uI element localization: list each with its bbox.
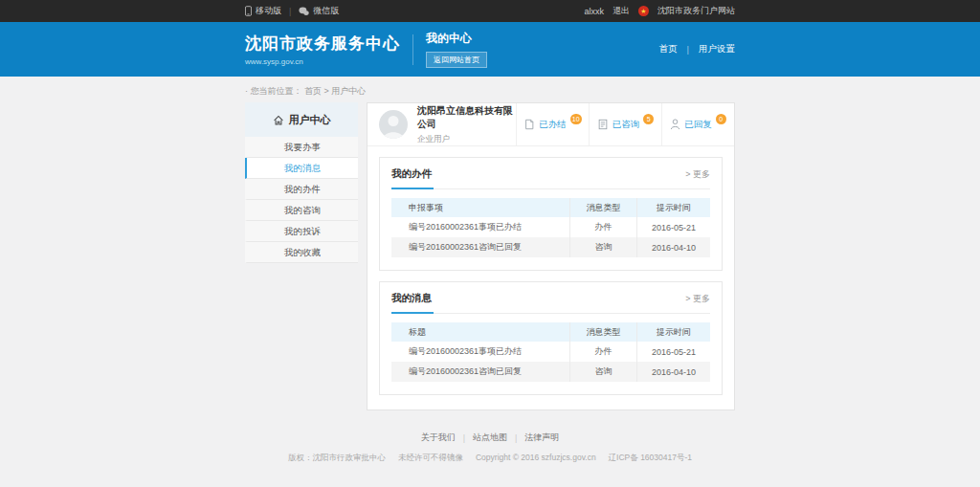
site-header: 沈阳市政务服务中心 www.sysp.gov.cn 我的中心 返回网站首页 首页… bbox=[0, 22, 980, 77]
user-name: 沈阳昂立信息科技有限公司 bbox=[417, 104, 516, 131]
footer-legal-link[interactable]: 法律声明 bbox=[524, 432, 559, 444]
completed-count-badge: 10 bbox=[570, 114, 582, 124]
nav-divider: | bbox=[687, 44, 689, 55]
sidebar-title: 用户中心 bbox=[245, 102, 358, 137]
table-row[interactable]: 编号20160002361咨询已回复 咨询 2016-04-10 bbox=[391, 237, 710, 257]
copyright-text: Copyright © 2016 szfuzjcs.gov.cn bbox=[476, 453, 596, 464]
copyright-notice: 未经许可不得镜像 bbox=[398, 453, 463, 464]
section-my-cases: 我的办件 > 更多 申报事项 消息类型 提示时间 编号20160002361事项… bbox=[379, 157, 723, 271]
cell-time: 2016-04-10 bbox=[636, 362, 710, 382]
header-divider bbox=[412, 34, 413, 65]
user-meta: 沈阳昂立信息科技有限公司 企业用户 bbox=[417, 104, 516, 145]
sidebar: 用户中心 我要办事 我的消息 我的办件 我的咨询 我的投诉 我的收藏 bbox=[245, 102, 358, 410]
sidebar-item-consultations[interactable]: 我的咨询 bbox=[245, 200, 358, 221]
sidebar-item-todo[interactable]: 我要办事 bbox=[245, 137, 358, 158]
portal-site-link[interactable]: 沈阳市政务门户网站 bbox=[657, 5, 735, 17]
wechat-version-link[interactable]: 微信版 bbox=[299, 5, 339, 17]
back-home-button[interactable]: 返回网站首页 bbox=[426, 52, 487, 68]
breadcrumb-current: 用户中心 bbox=[331, 86, 366, 96]
logout-link[interactable]: 退出 bbox=[612, 5, 630, 17]
footer: 关于我们 | 站点地图 | 法律声明 版权：沈阳市行政审批中心 未经许可不得镜像… bbox=[0, 432, 980, 464]
cell-type: 办件 bbox=[569, 342, 636, 362]
emblem-icon: ★ bbox=[638, 6, 649, 16]
footer-divider: | bbox=[515, 433, 517, 443]
col-header-type: 消息类型 bbox=[569, 198, 636, 217]
content: 用户中心 我要办事 我的消息 我的办件 我的咨询 我的投诉 我的收藏 沈阳昂立信… bbox=[245, 102, 735, 410]
document-icon bbox=[523, 119, 535, 130]
footer-sitemap-link[interactable]: 站点地图 bbox=[473, 432, 507, 444]
username: alxxk bbox=[584, 7, 604, 16]
table-row[interactable]: 编号20160002361事项已办结 办件 2016-05-21 bbox=[391, 342, 710, 362]
sidebar-item-favorites[interactable]: 我的收藏 bbox=[245, 242, 358, 263]
replied-count-badge: 0 bbox=[716, 114, 726, 124]
breadcrumb-prefix: · 您当前位置： bbox=[245, 86, 302, 96]
sidebar-item-complaints[interactable]: 我的投诉 bbox=[245, 221, 358, 242]
tab-completed[interactable]: 已办结 10 bbox=[516, 103, 589, 145]
site-title: 沈阳市政务服务中心 bbox=[245, 33, 400, 55]
col-header-item: 申报事项 bbox=[391, 198, 569, 217]
cell-item: 编号20160002361事项已办结 bbox=[391, 342, 569, 362]
col-header-type: 消息类型 bbox=[569, 322, 636, 342]
user-info-row: 沈阳昂立信息科技有限公司 企业用户 已办结 10 已咨询 5 bbox=[368, 103, 734, 146]
consult-doc-icon bbox=[597, 119, 609, 130]
tab-consulted-label: 已咨询 bbox=[612, 119, 640, 131]
cell-type: 咨询 bbox=[569, 237, 636, 257]
my-center-block: 我的中心 返回网站首页 bbox=[426, 31, 487, 68]
mobile-version-label: 移动版 bbox=[256, 5, 281, 17]
cell-time: 2016-04-10 bbox=[636, 237, 710, 257]
user-stats: 已办结 10 已咨询 5 已回复 0 bbox=[516, 103, 734, 145]
table-row[interactable]: 编号20160002361事项已办结 办件 2016-05-21 bbox=[391, 217, 710, 237]
cell-type: 咨询 bbox=[569, 362, 636, 382]
cell-item: 编号20160002361事项已办结 bbox=[391, 217, 569, 237]
my-messages-more-link[interactable]: > 更多 bbox=[685, 293, 710, 305]
topbar-divider: | bbox=[289, 7, 291, 16]
cell-time: 2016-05-21 bbox=[636, 217, 710, 237]
cell-time: 2016-05-21 bbox=[636, 342, 710, 362]
breadcrumb: · 您当前位置： 首页 > 用户中心 bbox=[245, 85, 735, 98]
topbar: 移动版 | 微信版 alxxk 退出 ★ 沈阳市政务门户网站 bbox=[0, 0, 980, 22]
my-cases-table: 申报事项 消息类型 提示时间 编号20160002361事项已办结 办件 201… bbox=[391, 198, 710, 257]
nav-user-settings-link[interactable]: 用户设置 bbox=[699, 43, 735, 55]
copyright-owner: 版权：沈阳市行政审批中心 bbox=[288, 453, 386, 464]
main-panel: 沈阳昂立信息科技有限公司 企业用户 已办结 10 已咨询 5 bbox=[367, 102, 735, 410]
breadcrumb-home-link[interactable]: 首页 bbox=[304, 86, 322, 96]
table-header-row: 标题 消息类型 提示时间 bbox=[391, 322, 710, 342]
consulted-count-badge: 5 bbox=[643, 114, 654, 124]
section-my-messages: 我的消息 > 更多 标题 消息类型 提示时间 编号20160002361事项已办… bbox=[379, 281, 723, 395]
section-my-cases-title: 我的办件 bbox=[391, 167, 432, 181]
mobile-version-link[interactable]: 移动版 bbox=[245, 5, 281, 17]
footer-divider: | bbox=[463, 433, 465, 443]
my-cases-more-link[interactable]: > 更多 bbox=[685, 168, 710, 181]
breadcrumb-separator: > bbox=[324, 86, 329, 96]
sidebar-item-cases[interactable]: 我的办件 bbox=[245, 179, 358, 200]
site-url: www.sysp.gov.cn bbox=[245, 57, 400, 66]
footer-about-link[interactable]: 关于我们 bbox=[421, 432, 456, 444]
wechat-icon bbox=[299, 7, 309, 16]
my-messages-table: 标题 消息类型 提示时间 编号20160002361事项已办结 办件 2016-… bbox=[391, 322, 710, 382]
topbar-right: alxxk 退出 ★ 沈阳市政务门户网站 bbox=[584, 5, 735, 17]
header-nav: 首页 | 用户设置 bbox=[659, 43, 735, 55]
phone-icon bbox=[245, 6, 252, 16]
table-row[interactable]: 编号20160002361咨询已回复 咨询 2016-04-10 bbox=[391, 362, 710, 382]
table-header-row: 申报事项 消息类型 提示时间 bbox=[391, 198, 710, 217]
cell-item: 编号20160002361咨询已回复 bbox=[391, 362, 569, 382]
nav-home-link[interactable]: 首页 bbox=[659, 43, 678, 55]
site-logo[interactable]: 沈阳市政务服务中心 www.sysp.gov.cn bbox=[245, 33, 400, 66]
tab-replied-label: 已回复 bbox=[684, 119, 712, 131]
sidebar-item-messages[interactable]: 我的消息 bbox=[245, 158, 358, 179]
col-header-time: 提示时间 bbox=[636, 198, 710, 217]
tab-consulted[interactable]: 已咨询 5 bbox=[589, 103, 661, 145]
person-silhouette-icon bbox=[379, 110, 408, 139]
person-icon bbox=[670, 119, 680, 130]
sidebar-title-label: 用户中心 bbox=[289, 113, 331, 127]
footer-copyright: 版权：沈阳市行政审批中心 未经许可不得镜像 Copyright © 2016 s… bbox=[0, 453, 980, 464]
tab-replied[interactable]: 已回复 0 bbox=[661, 103, 734, 145]
section-my-messages-title: 我的消息 bbox=[391, 292, 432, 305]
footer-links: 关于我们 | 站点地图 | 法律声明 bbox=[0, 432, 980, 444]
cell-type: 办件 bbox=[569, 217, 636, 237]
icp-number: 辽ICP备 16030417号-1 bbox=[609, 453, 692, 464]
home-icon bbox=[273, 115, 284, 125]
col-header-time: 提示时间 bbox=[636, 322, 710, 342]
cell-item: 编号20160002361咨询已回复 bbox=[391, 237, 569, 257]
page: 移动版 | 微信版 alxxk 退出 ★ 沈阳市政务门户网站 沈阳市政务服务中心… bbox=[0, 0, 980, 464]
